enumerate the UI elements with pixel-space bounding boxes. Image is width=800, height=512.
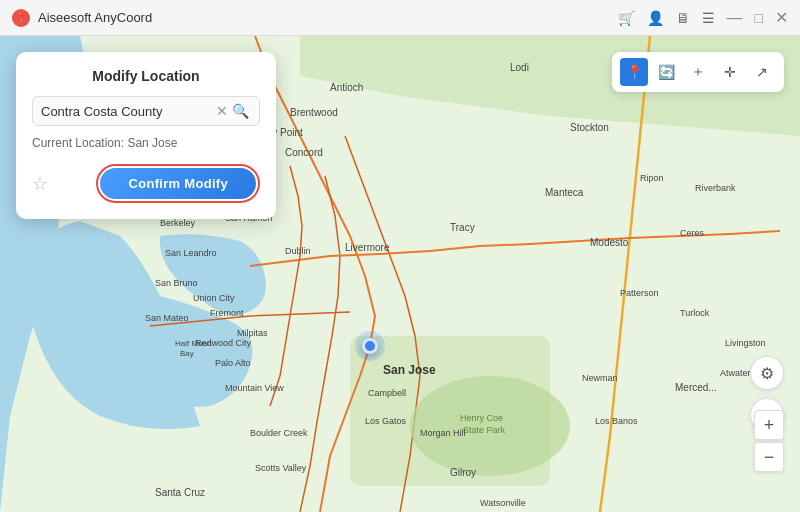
search-bar: ✕ 🔍: [32, 96, 260, 126]
svg-text:Union City: Union City: [193, 293, 235, 303]
svg-text:Los Gatos: Los Gatos: [365, 416, 407, 426]
zoom-controls: + −: [754, 410, 784, 472]
joystick-button[interactable]: ✛: [716, 58, 744, 86]
svg-text:State Park: State Park: [463, 425, 506, 435]
multi-stop-button[interactable]: 🔄: [652, 58, 680, 86]
confirm-button-wrapper: Confirm Modify: [96, 164, 260, 203]
monitor-icon[interactable]: 🖥: [676, 10, 690, 26]
svg-text:San Jose: San Jose: [383, 363, 436, 377]
confirm-modify-button[interactable]: Confirm Modify: [100, 168, 256, 199]
svg-text:Livermore: Livermore: [345, 242, 390, 253]
maximize-button[interactable]: □: [755, 10, 763, 26]
svg-text:Ceres: Ceres: [680, 228, 705, 238]
svg-text:Modesto: Modesto: [590, 237, 629, 248]
panel-footer: ☆ Confirm Modify: [32, 164, 260, 203]
svg-text:Manteca: Manteca: [545, 187, 584, 198]
svg-text:Scotts Valley: Scotts Valley: [255, 463, 307, 473]
map-toolbar: 📍 🔄 ＋ ✛ ↗: [612, 52, 784, 92]
svg-text:Gilroy: Gilroy: [450, 467, 476, 478]
user-icon[interactable]: 👤: [647, 10, 664, 26]
zoom-out-button[interactable]: −: [754, 442, 784, 472]
svg-text:Los Banos: Los Banos: [595, 416, 638, 426]
favorite-button[interactable]: ☆: [32, 173, 48, 195]
cart-icon[interactable]: 🛒: [618, 10, 635, 26]
svg-text:Palo Alto: Palo Alto: [215, 358, 251, 368]
location-search-input[interactable]: [41, 104, 214, 119]
svg-text:Dublin: Dublin: [285, 246, 311, 256]
clear-search-button[interactable]: ✕: [214, 103, 230, 119]
app-title: Aiseesoft AnyCoord: [38, 10, 618, 25]
panel-title: Modify Location: [32, 68, 260, 84]
export-button[interactable]: ↗: [748, 58, 776, 86]
title-controls: 🛒 👤 🖥 ☰ — □ ✕: [618, 8, 788, 27]
current-location-text: Current Location: San Jose: [32, 136, 260, 150]
zoom-in-button[interactable]: +: [754, 410, 784, 440]
svg-text:Riverbank: Riverbank: [695, 183, 736, 193]
location-marker: [362, 338, 378, 354]
svg-text:Brentwood: Brentwood: [290, 107, 338, 118]
modify-location-panel: Modify Location ✕ 🔍 Current Location: Sa…: [16, 52, 276, 219]
svg-text:Redwood City: Redwood City: [195, 338, 252, 348]
location-mode-button[interactable]: 📍: [620, 58, 648, 86]
svg-text:San Mateo: San Mateo: [145, 313, 189, 323]
svg-text:Henry Coe: Henry Coe: [460, 413, 503, 423]
svg-text:Mountain View: Mountain View: [225, 383, 284, 393]
svg-text:Stockton: Stockton: [570, 122, 609, 133]
svg-text:Berkeley: Berkeley: [160, 218, 196, 228]
svg-text:Boulder Creek: Boulder Creek: [250, 428, 308, 438]
close-button[interactable]: ✕: [775, 8, 788, 27]
svg-text:Tracy: Tracy: [450, 222, 475, 233]
svg-text:San Bruno: San Bruno: [155, 278, 198, 288]
svg-text:Fremont: Fremont: [210, 308, 244, 318]
svg-text:Milpitas: Milpitas: [237, 328, 268, 338]
svg-text:Lodi: Lodi: [510, 62, 529, 73]
svg-text:Concord: Concord: [285, 147, 323, 158]
svg-text:Turlock: Turlock: [680, 308, 710, 318]
titlebar: Aiseesoft AnyCoord 🛒 👤 🖥 ☰ — □ ✕: [0, 0, 800, 36]
svg-text:Watsonville: Watsonville: [480, 498, 526, 508]
svg-text:Campbell: Campbell: [368, 388, 406, 398]
svg-text:Livingston: Livingston: [725, 338, 766, 348]
svg-text:Newman: Newman: [582, 373, 618, 383]
search-button[interactable]: 🔍: [230, 103, 251, 119]
add-stop-button[interactable]: ＋: [684, 58, 712, 86]
svg-text:Patterson: Patterson: [620, 288, 659, 298]
svg-text:Antioch: Antioch: [330, 82, 363, 93]
svg-text:Bay: Bay: [180, 349, 194, 358]
svg-text:Merced...: Merced...: [675, 382, 717, 393]
svg-text:Morgan Hill: Morgan Hill: [420, 428, 466, 438]
menu-icon[interactable]: ☰: [702, 10, 715, 26]
svg-text:Santa Cruz: Santa Cruz: [155, 487, 205, 498]
minimize-button[interactable]: —: [727, 9, 743, 27]
map-container: Henry Coe State Park Lodi Antioch Brentw…: [0, 36, 800, 512]
svg-text:San Leandro: San Leandro: [165, 248, 217, 258]
settings-icon-button[interactable]: ⚙: [750, 356, 784, 390]
svg-text:Atwater: Atwater: [720, 368, 751, 378]
app-icon: [12, 9, 30, 27]
svg-text:Ripon: Ripon: [640, 173, 664, 183]
